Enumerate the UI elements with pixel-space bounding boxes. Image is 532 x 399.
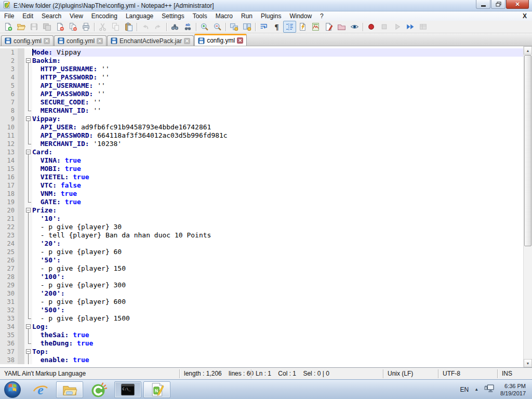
editor-line[interactable]: 8 MERCHANT_ID: '': [0, 107, 523, 115]
editor-line[interactable]: 33 - p give {player} 1500: [0, 314, 523, 323]
menu-search[interactable]: Search: [37, 12, 65, 20]
bookmark-margin[interactable]: [18, 348, 24, 356]
open-file-button[interactable]: [15, 21, 28, 33]
show-all-chars-button[interactable]: ¶: [270, 21, 283, 33]
scroll-down-icon[interactable]: ▼: [524, 359, 532, 367]
line-text[interactable]: API_USERNAME: '': [32, 82, 523, 90]
line-text[interactable]: SECURE_CODE: '': [32, 98, 523, 107]
editor-line[interactable]: 19 GATE: true: [0, 198, 523, 206]
editor-line[interactable]: 14 VINA: true: [0, 156, 523, 165]
user-language-button[interactable]: [296, 21, 309, 33]
function-list-button[interactable]: [322, 21, 335, 33]
bookmark-margin[interactable]: [18, 314, 24, 323]
fold-collapse-icon[interactable]: [26, 349, 31, 354]
taskbar-coccoc-icon[interactable]: [85, 381, 112, 398]
fold-collapse-icon[interactable]: [26, 150, 31, 154]
restore-button[interactable]: [491, 0, 506, 9]
sync-horizontal-button[interactable]: [241, 21, 254, 33]
line-text[interactable]: MOBI: true: [32, 165, 523, 173]
bookmark-margin[interactable]: [18, 123, 24, 131]
bookmark-margin[interactable]: [18, 356, 24, 364]
menu-plugins[interactable]: Plugins: [257, 12, 285, 20]
bookmark-margin[interactable]: [18, 73, 24, 82]
line-text[interactable]: - p give {player} 60: [32, 248, 523, 256]
bookmark-margin[interactable]: [18, 298, 24, 306]
editor-line[interactable]: 22 - p give {player} 30: [0, 223, 523, 231]
bookmark-margin[interactable]: [18, 306, 24, 314]
bookmark-margin[interactable]: [18, 57, 24, 65]
line-text[interactable]: MERCHANT_ID: '10238': [32, 140, 523, 148]
vertical-scrollbar[interactable]: ▲ ▼: [523, 46, 532, 367]
bookmark-margin[interactable]: [18, 331, 24, 339]
line-text[interactable]: - p give {player} 30: [32, 223, 523, 231]
menu-encoding[interactable]: Encoding: [87, 12, 122, 20]
menu-edit[interactable]: Edit: [18, 12, 37, 20]
record-macro-button[interactable]: [365, 21, 378, 33]
line-text[interactable]: VIETEL: true: [32, 173, 523, 181]
show-hidden-icons-icon[interactable]: ▲: [474, 387, 478, 392]
cut-button[interactable]: [96, 21, 109, 33]
bookmark-margin[interactable]: [18, 156, 24, 165]
redo-button[interactable]: [152, 21, 165, 33]
line-text[interactable]: '500':: [32, 306, 523, 314]
line-text[interactable]: GATE: true: [32, 198, 523, 206]
line-text[interactable]: VTC: false: [32, 181, 523, 190]
menu-window[interactable]: Window: [285, 12, 316, 20]
fold-collapse-icon[interactable]: [26, 324, 31, 329]
tab-config.yml[interactable]: config.yml✕: [1, 35, 54, 46]
editor-line[interactable]: 30 '200':: [0, 289, 523, 298]
tab-config.yml[interactable]: config.yml✕: [54, 35, 107, 46]
line-text[interactable]: - p give {player} 150: [32, 264, 523, 273]
editor-line[interactable]: 5 API_USERNAME: '': [0, 82, 523, 90]
editor-line[interactable]: 15 MOBI: true: [0, 165, 523, 173]
minimize-button[interactable]: [476, 0, 490, 9]
line-text[interactable]: - p give {player} 1500: [32, 314, 523, 323]
menu-tools[interactable]: Tools: [189, 12, 211, 20]
line-text[interactable]: '50':: [32, 256, 523, 264]
bookmark-margin[interactable]: [18, 90, 24, 98]
line-text[interactable]: '20':: [32, 240, 523, 248]
line-text[interactable]: API_PASSWORD: 664118af3f364012ac03d5b996…: [32, 131, 523, 140]
taskbar-cmd-button[interactable]: C:\_: [114, 381, 141, 398]
clock[interactable]: 6:36 PM 8/19/2017: [500, 382, 526, 397]
editor-line[interactable]: 31 - p give {player} 600: [0, 298, 523, 306]
scrollbar-thumb[interactable]: [524, 55, 531, 246]
editor-line[interactable]: 32 '500':: [0, 306, 523, 314]
editor-line[interactable]: 2Baokim:: [0, 57, 523, 65]
taskbar-notepadpp-button[interactable]: N: [143, 381, 170, 398]
editor-line[interactable]: 11 API_PASSWORD: 664118af3f364012ac03d5b…: [0, 131, 523, 140]
editor-line[interactable]: 16 VIETEL: true: [0, 173, 523, 181]
close-all-button[interactable]: [66, 21, 79, 33]
line-text[interactable]: Mode: Vippay: [32, 48, 523, 57]
bookmark-margin[interactable]: [18, 289, 24, 298]
close-file-button[interactable]: [54, 21, 66, 33]
editor-line[interactable]: 7 SECURE_CODE: '': [0, 98, 523, 107]
save-macro-button[interactable]: [417, 21, 430, 33]
editor-lines[interactable]: 1Mode: Vippay2Baokim:3 HTTP_USERNAME: ''…: [0, 46, 523, 367]
line-text[interactable]: - p give {player} 300: [32, 281, 523, 289]
editor-line[interactable]: 28 '100':: [0, 273, 523, 281]
editor-line[interactable]: 10 API_USER: ad9fb6fc91b9458793e4bbde167…: [0, 123, 523, 131]
editor-line[interactable]: 17 VTC: false: [0, 181, 523, 190]
line-text[interactable]: '100':: [32, 273, 523, 281]
bookmark-margin[interactable]: [18, 181, 24, 190]
editor-line[interactable]: 35 theSai: true: [0, 331, 523, 339]
editor-line[interactable]: 4 HTTP_PASSWORD: '': [0, 73, 523, 82]
doc-map-button[interactable]: [309, 21, 322, 33]
line-text[interactable]: '200':: [32, 289, 523, 298]
fold-collapse-icon[interactable]: [26, 116, 31, 121]
line-text[interactable]: Baokim:: [32, 57, 523, 65]
bookmark-margin[interactable]: [18, 190, 24, 198]
zoom-in-button[interactable]: [198, 21, 211, 33]
bookmark-margin[interactable]: [18, 256, 24, 264]
tab-close-icon[interactable]: ✕: [184, 38, 190, 44]
stop-macro-button[interactable]: [378, 21, 391, 33]
editor-line[interactable]: 20Prize:: [0, 206, 523, 215]
bookmark-margin[interactable]: [18, 98, 24, 107]
bookmark-margin[interactable]: [18, 107, 24, 115]
bookmark-margin[interactable]: [18, 82, 24, 90]
line-text[interactable]: Top:: [32, 348, 523, 356]
bookmark-margin[interactable]: [18, 240, 24, 248]
line-text[interactable]: '10':: [32, 215, 523, 223]
close-button[interactable]: ✕: [506, 0, 529, 9]
